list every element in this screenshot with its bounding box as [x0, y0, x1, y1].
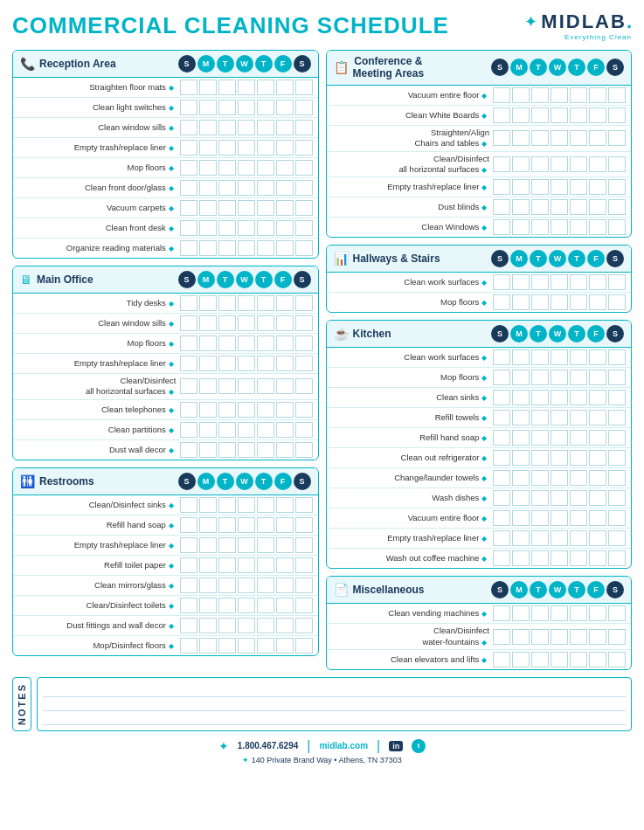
checkbox[interactable]: [589, 219, 606, 235]
checkbox[interactable]: [257, 120, 274, 135]
checkbox[interactable]: [180, 220, 197, 236]
checkbox[interactable]: [257, 638, 274, 654]
checkbox[interactable]: [531, 156, 549, 172]
checkbox[interactable]: [180, 578, 197, 593]
checkbox[interactable]: [551, 490, 568, 506]
checkbox[interactable]: [531, 130, 549, 146]
checkbox[interactable]: [570, 410, 587, 425]
checkbox[interactable]: [180, 80, 197, 95]
checkbox[interactable]: [276, 557, 294, 573]
checkbox[interactable]: [608, 550, 626, 566]
checkbox[interactable]: [493, 550, 510, 566]
checkbox[interactable]: [257, 240, 274, 256]
checkbox[interactable]: [570, 390, 587, 405]
checkbox[interactable]: [493, 490, 510, 506]
checkbox[interactable]: [570, 470, 587, 486]
checkbox[interactable]: [512, 430, 530, 446]
checkbox[interactable]: [199, 200, 217, 216]
checkbox[interactable]: [238, 295, 255, 311]
checkbox[interactable]: [295, 402, 313, 418]
checkbox[interactable]: [512, 219, 530, 235]
checkbox[interactable]: [531, 219, 549, 235]
checkbox[interactable]: [551, 199, 568, 215]
checkbox[interactable]: [608, 470, 626, 486]
checkbox[interactable]: [551, 410, 568, 425]
checkbox[interactable]: [608, 605, 626, 621]
checkbox[interactable]: [199, 497, 217, 513]
checkbox[interactable]: [218, 240, 236, 256]
checkbox[interactable]: [570, 605, 587, 621]
checkbox[interactable]: [238, 378, 255, 394]
checkbox[interactable]: [551, 349, 568, 365]
checkbox[interactable]: [512, 156, 530, 172]
checkbox[interactable]: [589, 199, 606, 215]
checkbox[interactable]: [257, 220, 274, 236]
checkbox[interactable]: [570, 349, 587, 365]
checkbox[interactable]: [570, 219, 587, 235]
checkbox[interactable]: [295, 638, 313, 654]
checkbox[interactable]: [218, 537, 236, 553]
checkbox[interactable]: [570, 510, 587, 526]
checkbox[interactable]: [512, 470, 530, 486]
checkbox[interactable]: [493, 219, 510, 235]
checkbox[interactable]: [276, 638, 294, 654]
checkbox[interactable]: [295, 240, 313, 256]
checkbox[interactable]: [180, 537, 197, 553]
checkbox[interactable]: [257, 402, 274, 418]
checkbox[interactable]: [551, 87, 568, 103]
checkbox[interactable]: [295, 200, 313, 216]
checkbox[interactable]: [238, 598, 255, 613]
checkbox[interactable]: [276, 537, 294, 553]
checkbox[interactable]: [295, 295, 313, 311]
checkbox[interactable]: [608, 510, 626, 526]
checkbox[interactable]: [238, 442, 255, 458]
checkbox[interactable]: [238, 160, 255, 176]
checkbox[interactable]: [295, 160, 313, 176]
checkbox[interactable]: [218, 557, 236, 573]
checkbox[interactable]: [512, 629, 530, 645]
checkbox[interactable]: [199, 356, 217, 371]
checkbox[interactable]: [180, 442, 197, 458]
checkbox[interactable]: [295, 422, 313, 438]
checkbox[interactable]: [551, 510, 568, 526]
checkbox[interactable]: [608, 294, 626, 310]
checkbox[interactable]: [180, 335, 197, 351]
checkbox[interactable]: [180, 638, 197, 654]
checkbox[interactable]: [199, 537, 217, 553]
checkbox[interactable]: [589, 605, 606, 621]
checkbox[interactable]: [276, 295, 294, 311]
checkbox[interactable]: [257, 356, 274, 371]
checkbox[interactable]: [493, 130, 510, 146]
checkbox[interactable]: [180, 422, 197, 438]
checkbox[interactable]: [199, 220, 217, 236]
checkbox[interactable]: [608, 107, 626, 123]
checkbox[interactable]: [570, 179, 587, 195]
checkbox[interactable]: [512, 370, 530, 385]
checkbox[interactable]: [238, 140, 255, 156]
checkbox[interactable]: [551, 470, 568, 486]
checkbox[interactable]: [257, 578, 274, 593]
checkbox[interactable]: [180, 497, 197, 513]
checkbox[interactable]: [257, 100, 274, 115]
checkbox[interactable]: [218, 295, 236, 311]
checkbox[interactable]: [531, 274, 549, 290]
checkbox[interactable]: [531, 652, 549, 667]
checkbox[interactable]: [199, 295, 217, 311]
checkbox[interactable]: [493, 156, 510, 172]
checkbox[interactable]: [493, 410, 510, 425]
checkbox[interactable]: [257, 315, 274, 331]
checkbox[interactable]: [218, 220, 236, 236]
checkbox[interactable]: [551, 179, 568, 195]
checkbox[interactable]: [295, 378, 313, 394]
checkbox[interactable]: [218, 200, 236, 216]
checkbox[interactable]: [493, 470, 510, 486]
checkbox[interactable]: [276, 200, 294, 216]
checkbox[interactable]: [238, 180, 255, 196]
checkbox[interactable]: [218, 402, 236, 418]
checkbox[interactable]: [257, 335, 274, 351]
checkbox[interactable]: [218, 120, 236, 135]
checkbox[interactable]: [551, 605, 568, 621]
checkbox[interactable]: [257, 200, 274, 216]
checkbox[interactable]: [608, 179, 626, 195]
checkbox[interactable]: [238, 240, 255, 256]
